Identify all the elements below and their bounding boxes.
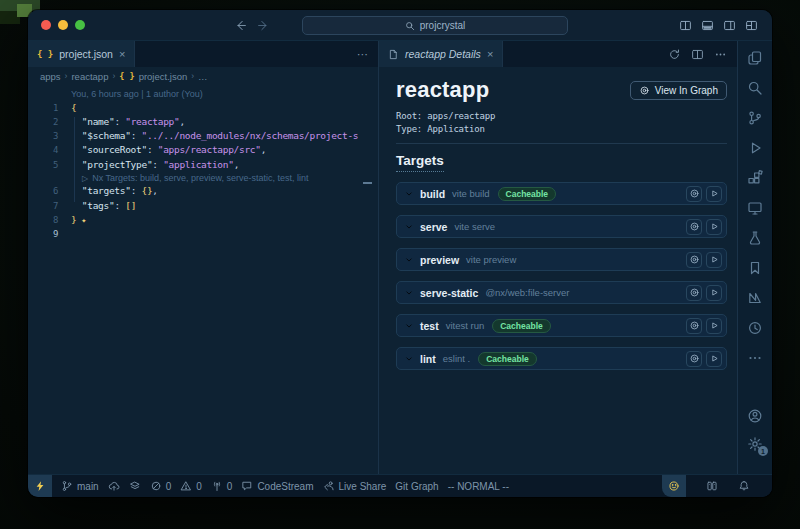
activity-item-testing[interactable] bbox=[747, 230, 763, 246]
code-line[interactable]: 1{ bbox=[28, 101, 378, 115]
breadcrumb[interactable]: apps›reactapp›{ }project.json›… bbox=[28, 67, 378, 85]
view-target-button[interactable] bbox=[686, 252, 702, 268]
layout-grid-icon[interactable] bbox=[745, 19, 758, 32]
code-line[interactable]: 5 "projectType": "application", bbox=[28, 158, 378, 172]
status-item-branch-status[interactable]: main bbox=[61, 480, 99, 492]
target-row-test[interactable]: testvitest runCacheable bbox=[396, 314, 727, 337]
status-item-feedback[interactable] bbox=[662, 475, 686, 497]
code-editor[interactable]: You, 6 hours ago | 1 author (You)1{2 "na… bbox=[28, 85, 378, 474]
activity-item-time-circle[interactable] bbox=[747, 320, 763, 336]
split-editor-icon[interactable] bbox=[679, 19, 692, 32]
tab-bar-right: reactapp Details × bbox=[379, 41, 737, 67]
activity-item-source-control[interactable] bbox=[747, 110, 763, 126]
status-item-git-graph[interactable]: Git Graph bbox=[395, 481, 438, 492]
activity-item-settings-gear[interactable]: 1 bbox=[747, 436, 763, 452]
run-target-button[interactable] bbox=[706, 219, 722, 235]
activity-item-run-debug[interactable] bbox=[747, 140, 763, 156]
run-target-button[interactable] bbox=[706, 351, 722, 367]
play-icon bbox=[709, 353, 720, 364]
panel-right-icon[interactable] bbox=[723, 19, 736, 32]
activity-item-remote-explorer[interactable] bbox=[747, 200, 763, 216]
play-icon bbox=[709, 221, 720, 232]
run-codelens-icon: ▷ bbox=[82, 174, 88, 183]
json-braces-icon: { } bbox=[37, 49, 53, 59]
activity-item-account[interactable] bbox=[747, 408, 763, 424]
status-item-screencast[interactable] bbox=[706, 480, 718, 492]
chevron-down-icon[interactable] bbox=[404, 288, 414, 298]
view-target-button[interactable] bbox=[686, 285, 702, 301]
target-row-serve[interactable]: servevite serve bbox=[396, 215, 727, 238]
more-actions-icon[interactable]: ⋯ bbox=[357, 48, 368, 61]
status-label: -- NORMAL -- bbox=[448, 481, 509, 492]
run-target-button[interactable] bbox=[706, 186, 722, 202]
status-item-remote-indicator[interactable] bbox=[28, 475, 52, 497]
close-window-button[interactable] bbox=[41, 20, 51, 30]
activity-item-explorer[interactable] bbox=[747, 50, 763, 66]
activity-item-extensions[interactable] bbox=[747, 170, 763, 186]
status-item-gitlens-status[interactable] bbox=[129, 480, 141, 492]
code-line[interactable]: 9 bbox=[28, 227, 378, 241]
view-target-button[interactable] bbox=[686, 318, 702, 334]
tab-project-json[interactable]: { } project.json × bbox=[28, 41, 135, 67]
target-row-preview[interactable]: previewvite preview bbox=[396, 248, 727, 271]
breadcrumb-item[interactable]: apps bbox=[40, 71, 61, 82]
activity-item-bookmarks[interactable] bbox=[747, 260, 763, 276]
workbench: { } project.json × ⋯ apps›reactapp›{ }pr… bbox=[28, 41, 772, 474]
code-line[interactable]: 2 "name": "reactapp", bbox=[28, 115, 378, 129]
view-target-button[interactable] bbox=[686, 219, 702, 235]
view-in-graph-button[interactable]: View In Graph bbox=[630, 81, 727, 100]
navigate-forward-icon[interactable] bbox=[257, 19, 270, 32]
code-line[interactable]: 8} ✦ bbox=[28, 213, 378, 227]
status-item-ports-count[interactable]: 0 bbox=[211, 480, 233, 492]
tab-reactapp-details[interactable]: reactapp Details × bbox=[379, 41, 503, 67]
breadcrumb-item[interactable]: … bbox=[198, 71, 208, 82]
status-item-codestream[interactable]: CodeStream bbox=[241, 480, 313, 492]
run-target-button[interactable] bbox=[706, 318, 722, 334]
status-item-vim-mode[interactable]: -- NORMAL -- bbox=[448, 481, 509, 492]
activity-item-search[interactable] bbox=[747, 80, 763, 96]
view-target-button[interactable] bbox=[686, 186, 702, 202]
status-item-publish-changes[interactable] bbox=[108, 480, 120, 492]
status-label: Live Share bbox=[339, 481, 387, 492]
target-row-serve-static[interactable]: serve-static@nx/web:file-server bbox=[396, 281, 727, 304]
more-horizontal-icon[interactable] bbox=[714, 48, 727, 61]
close-tab-icon[interactable]: × bbox=[119, 49, 125, 60]
remote-explorer-icon bbox=[747, 200, 763, 216]
split-editor-icon[interactable] bbox=[691, 48, 704, 61]
nx-targets-codelens[interactable]: ▷Nx Targets: build, serve, preview, serv… bbox=[71, 172, 378, 185]
target-row-build[interactable]: buildvite buildCacheable bbox=[396, 182, 727, 205]
panel-bottom-icon[interactable] bbox=[701, 19, 714, 32]
status-item-live-share[interactable]: Live Share bbox=[323, 480, 387, 492]
navigate-back-icon[interactable] bbox=[234, 19, 247, 32]
run-target-button[interactable] bbox=[706, 285, 722, 301]
line-number: 2 bbox=[28, 115, 71, 129]
code-line[interactable]: 4 "sourceRoot": "apps/reactapp/src", bbox=[28, 143, 378, 157]
chevron-down-icon[interactable] bbox=[404, 354, 414, 364]
breadcrumb-item[interactable]: reactapp bbox=[71, 71, 108, 82]
status-item-warnings-count[interactable]: 0 bbox=[180, 480, 202, 492]
activity-item-more-horizontal[interactable] bbox=[747, 350, 763, 366]
close-tab-icon[interactable]: × bbox=[487, 49, 493, 60]
target-row-lint[interactable]: linteslint .Cacheable bbox=[396, 347, 727, 370]
minimize-window-button[interactable] bbox=[58, 20, 68, 30]
chevron-down-icon[interactable] bbox=[404, 222, 414, 232]
zoom-window-button[interactable] bbox=[75, 20, 85, 30]
code-line[interactable]: 6 "targets": {}, bbox=[28, 184, 378, 198]
breadcrumb-separator: › bbox=[65, 71, 68, 81]
status-item-notifications[interactable] bbox=[738, 480, 750, 492]
refresh-icon[interactable] bbox=[668, 48, 681, 61]
breadcrumb-item[interactable]: project.json bbox=[139, 71, 188, 82]
code-line[interactable]: 3 "$schema": "../../node_modules/nx/sche… bbox=[28, 129, 378, 143]
run-target-button[interactable] bbox=[706, 252, 722, 268]
chevron-down-icon[interactable] bbox=[404, 255, 414, 265]
lightning-icon bbox=[34, 480, 46, 492]
status-item-errors-count[interactable]: 0 bbox=[150, 480, 172, 492]
activity-item-nx-console[interactable] bbox=[747, 290, 763, 306]
code-line[interactable]: 7 "tags": [] bbox=[28, 199, 378, 213]
command-center[interactable]: projcrystal bbox=[302, 16, 568, 35]
search-icon bbox=[747, 80, 763, 96]
view-target-button[interactable] bbox=[686, 351, 702, 367]
chevron-down-icon[interactable] bbox=[404, 189, 414, 199]
chevron-down-icon[interactable] bbox=[404, 321, 414, 331]
activity-bar: 1 bbox=[737, 41, 772, 474]
